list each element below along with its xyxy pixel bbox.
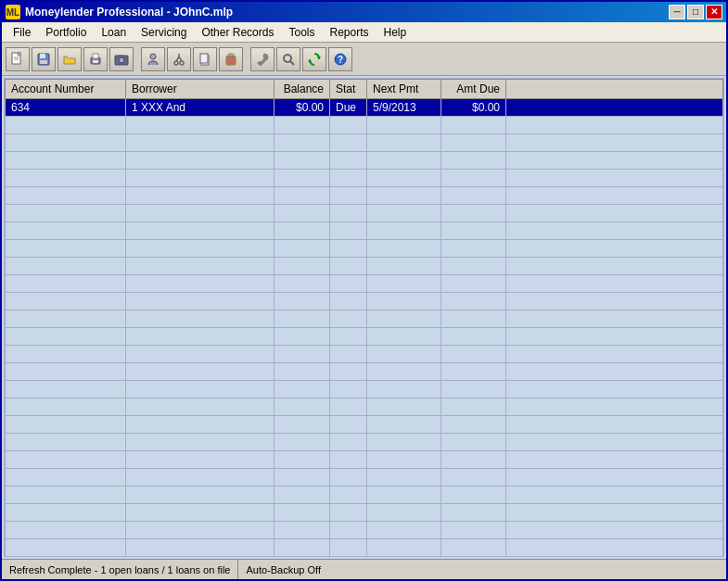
menu-item-portfolio[interactable]: Portfolio bbox=[38, 24, 94, 41]
cell-empty bbox=[6, 363, 126, 381]
svg-line-15 bbox=[176, 57, 179, 61]
cell-empty bbox=[367, 328, 441, 346]
table-row-empty[interactable] bbox=[6, 539, 723, 557]
table-row-empty[interactable] bbox=[6, 381, 723, 398]
borrower-button[interactable] bbox=[141, 47, 165, 71]
table-row[interactable]: 634 1 XXX And $0.00 Due 5/9/2013 $0.00 bbox=[6, 99, 723, 117]
cell-empty bbox=[506, 451, 723, 469]
menu-item-other-records[interactable]: Other Records bbox=[194, 24, 281, 41]
close-button[interactable]: ✕ bbox=[706, 5, 722, 19]
cell-account: 634 bbox=[6, 99, 126, 117]
table-row-empty[interactable] bbox=[6, 363, 723, 381]
cell-borrower: 1 XXX And bbox=[126, 99, 275, 117]
copy-button[interactable] bbox=[193, 47, 217, 71]
cell-empty bbox=[367, 134, 441, 152]
menu-item-tools[interactable]: Tools bbox=[281, 24, 322, 41]
cell-empty bbox=[441, 117, 506, 134]
cell-empty bbox=[6, 170, 126, 187]
cell-empty bbox=[367, 205, 441, 222]
status-bar: Refresh Complete - 1 open loans / 1 loan… bbox=[2, 559, 726, 579]
table-row-empty[interactable] bbox=[6, 205, 723, 222]
cell-empty bbox=[367, 152, 441, 170]
table-row-empty[interactable] bbox=[6, 469, 723, 486]
cell-empty bbox=[6, 398, 126, 416]
cell-empty bbox=[126, 170, 275, 187]
camera-button[interactable] bbox=[109, 47, 134, 71]
cell-empty bbox=[441, 486, 506, 504]
table-row-empty[interactable] bbox=[6, 328, 723, 346]
cell-empty bbox=[330, 117, 367, 134]
cell-empty bbox=[6, 451, 126, 469]
menu-item-file[interactable]: File bbox=[6, 24, 38, 41]
new-button[interactable] bbox=[6, 47, 30, 71]
table-row-empty[interactable] bbox=[6, 416, 723, 434]
table-row-empty[interactable] bbox=[6, 310, 723, 328]
col-header-balance[interactable]: Balance bbox=[275, 80, 330, 99]
cell-empty bbox=[441, 328, 506, 346]
col-header-borrower[interactable]: Borrower bbox=[126, 80, 275, 99]
svg-rect-20 bbox=[226, 57, 236, 65]
col-header-stat[interactable]: Stat bbox=[330, 80, 367, 99]
menu-item-servicing[interactable]: Servicing bbox=[134, 24, 194, 41]
cell-empty bbox=[506, 170, 723, 187]
open-button[interactable] bbox=[57, 47, 82, 71]
loans-table: Account Number Borrower Balance Stat Nex… bbox=[5, 79, 723, 557]
col-header-account[interactable]: Account Number bbox=[6, 80, 126, 99]
minimize-button[interactable]: ─ bbox=[669, 5, 685, 19]
table-row-empty[interactable] bbox=[6, 486, 723, 504]
cell-empty bbox=[126, 222, 275, 240]
menu-item-help[interactable]: Help bbox=[377, 24, 415, 41]
table-row-empty[interactable] bbox=[6, 504, 723, 522]
cell-empty bbox=[275, 328, 330, 346]
print-button[interactable] bbox=[83, 47, 108, 71]
cell-empty bbox=[126, 205, 275, 222]
cell-empty bbox=[330, 504, 367, 522]
cell-empty bbox=[506, 240, 723, 258]
save-button[interactable] bbox=[32, 47, 56, 71]
cell-empty bbox=[367, 522, 441, 539]
help-button[interactable]: ? bbox=[328, 47, 352, 71]
cell-empty bbox=[506, 258, 723, 275]
svg-point-14 bbox=[180, 61, 184, 65]
menu-item-loan[interactable]: Loan bbox=[94, 24, 134, 41]
cut-button[interactable] bbox=[167, 47, 191, 71]
maximize-button[interactable]: □ bbox=[687, 5, 704, 19]
table-row-empty[interactable] bbox=[6, 222, 723, 240]
find-button[interactable] bbox=[276, 47, 300, 71]
cell-empty bbox=[126, 346, 275, 363]
table-row-empty[interactable] bbox=[6, 434, 723, 451]
table-row-empty[interactable] bbox=[6, 258, 723, 275]
cell-next-pmt: 5/9/2013 bbox=[367, 99, 441, 117]
cell-empty bbox=[275, 398, 330, 416]
table-row-empty[interactable] bbox=[6, 398, 723, 416]
delete-button[interactable] bbox=[219, 47, 243, 71]
table-row-empty[interactable] bbox=[6, 557, 723, 558]
svg-rect-4 bbox=[40, 54, 45, 58]
cell-empty bbox=[330, 416, 367, 434]
table-row-empty[interactable] bbox=[6, 346, 723, 363]
table-row-empty[interactable] bbox=[6, 134, 723, 152]
svg-text:?: ? bbox=[338, 55, 343, 65]
tools-button[interactable] bbox=[250, 47, 275, 71]
table-row-empty[interactable] bbox=[6, 293, 723, 310]
table-row-empty[interactable] bbox=[6, 522, 723, 539]
table-row-empty[interactable] bbox=[6, 240, 723, 258]
table-row-empty[interactable] bbox=[6, 170, 723, 187]
cell-empty bbox=[6, 152, 126, 170]
loans-table-container[interactable]: Account Number Borrower Balance Stat Nex… bbox=[4, 78, 724, 557]
refresh-button[interactable] bbox=[302, 47, 326, 71]
table-row-empty[interactable] bbox=[6, 451, 723, 469]
col-header-next-pmt[interactable]: Next Pmt bbox=[367, 80, 441, 99]
table-row-empty[interactable] bbox=[6, 152, 723, 170]
cell-empty bbox=[506, 275, 723, 293]
toolbar: ? bbox=[2, 43, 726, 76]
cell-empty bbox=[6, 222, 126, 240]
svg-marker-26 bbox=[317, 57, 321, 59]
col-header-amt-due[interactable]: Amt Due bbox=[441, 80, 506, 99]
menu-item-reports[interactable]: Reports bbox=[322, 24, 376, 41]
cell-empty bbox=[367, 381, 441, 398]
table-row-empty[interactable] bbox=[6, 117, 723, 134]
table-row-empty[interactable] bbox=[6, 187, 723, 205]
table-row-empty[interactable] bbox=[6, 275, 723, 293]
cell-empty bbox=[6, 293, 126, 310]
